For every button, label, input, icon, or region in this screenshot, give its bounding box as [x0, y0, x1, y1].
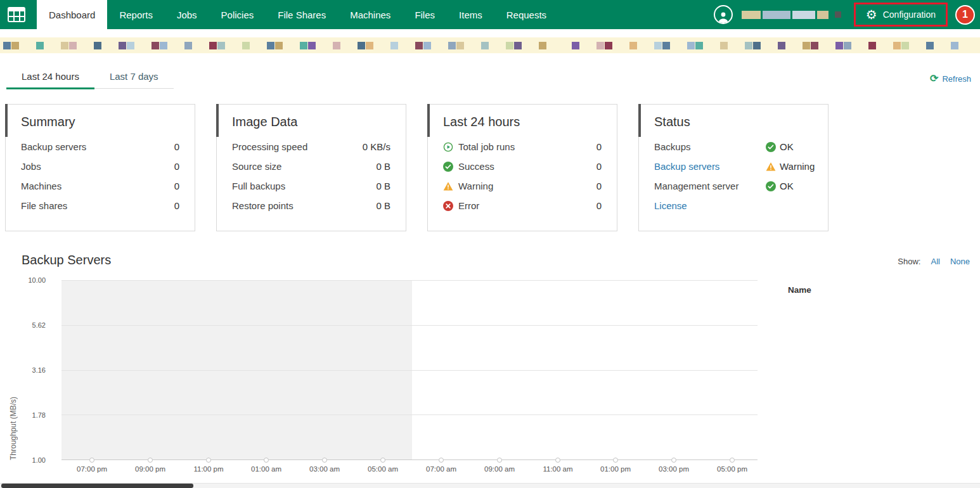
license-link[interactable]: License — [654, 200, 766, 211]
chart-plot-area[interactable] — [61, 280, 758, 460]
tab-last-7-days[interactable]: Last 7 days — [94, 66, 174, 89]
row-label: Jobs — [21, 161, 174, 172]
gridline — [61, 325, 758, 326]
status-value: OK — [766, 181, 813, 191]
row-value: 0 B — [376, 200, 390, 211]
card-title: Image Data — [217, 105, 406, 137]
x-tick-label: 03:00 am — [309, 465, 340, 473]
last24-row-warning: Warning 0 — [428, 176, 617, 196]
refresh-button[interactable]: ⟳ Refresh — [930, 74, 971, 89]
row-value: 0 — [596, 181, 602, 191]
axis-point-marker — [322, 458, 327, 463]
horizontal-scrollbar[interactable] — [0, 483, 980, 488]
x-tick-label: 07:00 pm — [77, 465, 107, 473]
time-range-tabs: Last 24 hours Last 7 days — [6, 66, 174, 89]
row-label: Management server — [654, 181, 766, 191]
row-label: Error — [458, 200, 596, 211]
last24-row-total-job-runs: Total job runs 0 — [428, 137, 617, 157]
row-value: 0 KB/s — [363, 141, 390, 152]
row-label: Backups — [654, 141, 766, 152]
status-value: Warning — [766, 161, 813, 172]
row-label: Total job runs — [458, 141, 596, 152]
warning-icon — [766, 162, 776, 172]
show-all-link[interactable]: All — [931, 257, 939, 266]
row-value-link[interactable]: 0 — [174, 161, 179, 172]
y-tick-label: 1.00 — [0, 456, 46, 464]
axis-point-marker — [148, 458, 153, 463]
play-circle-icon — [443, 142, 453, 152]
show-none-link[interactable]: None — [950, 257, 970, 266]
redacted-mosaic-strip — [0, 37, 980, 53]
row-value-link[interactable]: 0 — [174, 181, 179, 191]
y-tick-label: 1.78 — [0, 411, 46, 419]
axis-point-marker — [555, 458, 560, 463]
row-label: Warning — [458, 181, 596, 191]
last24-row-success: Success 0 — [428, 157, 617, 176]
axis-point-marker — [497, 458, 502, 463]
status-row-license: License — [639, 196, 828, 215]
x-tick-label: 11:00 am — [543, 465, 572, 473]
axis-point-marker — [264, 458, 269, 463]
show-label: Show: — [898, 257, 920, 266]
image-data-row-source-size: Source size 0 B — [217, 157, 406, 176]
summary-card: Summary Backup servers 0 Jobs 0 Machines… — [5, 104, 195, 231]
gridline — [61, 280, 758, 281]
nav-tab-requests[interactable]: Requests — [494, 0, 558, 29]
main-nav: Dashboard Reports Jobs Policies File Sha… — [37, 0, 558, 29]
nav-tab-policies[interactable]: Policies — [209, 0, 266, 29]
row-value: 0 B — [376, 181, 390, 191]
configuration-button[interactable]: ⚙ Configuration — [854, 3, 948, 27]
row-label: Success — [458, 161, 596, 172]
nav-tab-reports[interactable]: Reports — [107, 0, 165, 29]
row-value: 0 B — [376, 161, 390, 172]
axis-point-marker — [380, 458, 385, 463]
row-value-link[interactable]: 0 — [174, 141, 179, 152]
last24-row-error: Error 0 — [428, 196, 617, 215]
last-24-hours-card: Last 24 hours Total job runs 0 Success 0 — [427, 104, 617, 231]
row-value-link[interactable]: 0 — [174, 200, 179, 211]
image-data-row-processing-speed: Processing speed 0 KB/s — [217, 137, 406, 157]
refresh-label: Refresh — [942, 74, 971, 84]
x-tick-label: 09:00 pm — [135, 465, 165, 473]
app-logo-icon[interactable] — [0, 0, 33, 29]
redacted-username-blocks — [742, 11, 828, 19]
x-tick-label: 07:00 am — [426, 465, 456, 473]
status-row-backups: Backups OK — [639, 137, 828, 157]
card-title: Last 24 hours — [428, 105, 617, 137]
nav-tab-items[interactable]: Items — [447, 0, 494, 29]
axis-point-marker — [730, 458, 735, 463]
scrollbar-thumb[interactable] — [1, 484, 193, 488]
person-icon — [716, 10, 730, 23]
summary-row-backup-servers: Backup servers 0 — [6, 137, 195, 157]
image-data-card: Image Data Processing speed 0 KB/s Sourc… — [216, 104, 406, 231]
nav-tab-file-shares[interactable]: File Shares — [266, 0, 338, 29]
axis-point-marker — [206, 458, 211, 463]
filter-tabs-row: Last 24 hours Last 7 days ⟳ Refresh — [0, 66, 980, 89]
tab-last-24-hours[interactable]: Last 24 hours — [6, 66, 94, 89]
row-label: Source size — [232, 161, 376, 172]
notification-badge[interactable]: 1 — [955, 5, 975, 25]
user-avatar-icon[interactable] — [714, 5, 733, 24]
backup-servers-header: Backup Servers Show: All None — [22, 253, 970, 267]
gridline — [61, 370, 758, 371]
legend-name-header: Name — [788, 285, 811, 295]
row-label: Restore points — [232, 200, 376, 211]
nav-tab-machines[interactable]: Machines — [338, 0, 403, 29]
backup-servers-link[interactable]: Backup servers — [654, 161, 766, 172]
throughput-chart-section: Throughput (MB/s) 10.00 5.62 3.16 1.78 1… — [0, 278, 980, 475]
refresh-icon: ⟳ — [930, 74, 938, 84]
nav-tab-files[interactable]: Files — [403, 0, 447, 29]
summary-row-file-shares: File shares 0 — [6, 196, 195, 215]
nav-tab-dashboard[interactable]: Dashboard — [37, 0, 107, 29]
nav-tab-jobs[interactable]: Jobs — [165, 0, 209, 29]
summary-row-jobs: Jobs 0 — [6, 157, 195, 176]
x-tick-label: 05:00 am — [368, 465, 398, 473]
row-label: Machines — [21, 181, 174, 191]
status-text: Warning — [780, 161, 815, 172]
show-controls: Show: All None — [898, 257, 970, 266]
y-tick-label: 10.00 — [0, 276, 46, 284]
warning-icon — [443, 181, 453, 191]
topbar-right-group: ⚙ Configuration 1 — [714, 0, 980, 29]
redacted-small-block — [835, 11, 841, 18]
y-tick-label: 3.16 — [0, 366, 46, 374]
